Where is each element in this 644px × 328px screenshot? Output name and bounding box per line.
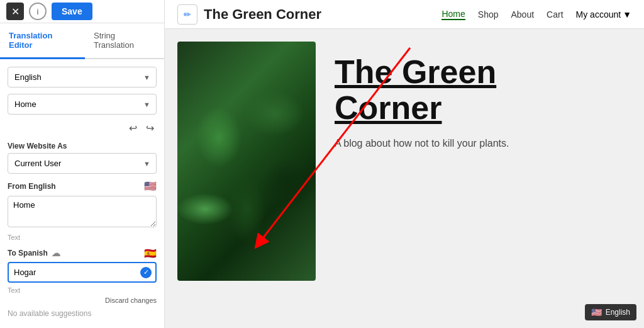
to-input-wrapper: ✓ bbox=[8, 262, 157, 283]
edit-icon-button[interactable]: ✏ bbox=[177, 4, 197, 25]
website-content: The Green Corner A blog about how not to… bbox=[165, 29, 644, 328]
heading-line1: The Green bbox=[335, 54, 496, 90]
page-select[interactable]: Home About Shop bbox=[8, 94, 157, 115]
save-button[interactable]: Save bbox=[52, 3, 92, 20]
tab-translation-editor[interactable]: Translation Editor bbox=[0, 23, 85, 59]
discard-row: Discard changes bbox=[8, 297, 157, 304]
to-spanish-section: To Spanish ☁ 🇪🇸 ✓ Text Discard changes N… bbox=[8, 247, 157, 320]
nav-about[interactable]: About bbox=[511, 9, 535, 20]
english-badge[interactable]: 🇺🇸 English bbox=[585, 304, 636, 320]
nav-links: Home Shop About Cart My account ▼ bbox=[441, 9, 631, 20]
nav-cart[interactable]: Cart bbox=[547, 9, 563, 20]
panel-content: English Spanish French ▼ Home About Shop… bbox=[0, 59, 164, 328]
redo-button[interactable]: ↪ bbox=[143, 121, 157, 135]
from-sub-label: Text bbox=[8, 234, 157, 241]
website-navbar: ✏ The Green Corner Home Shop About Cart … bbox=[165, 0, 644, 29]
from-label-text: From English bbox=[8, 182, 56, 191]
main-heading: The Green Corner bbox=[335, 54, 625, 126]
discard-button[interactable]: Discard changes bbox=[105, 297, 157, 304]
nav-my-account[interactable]: My account ▼ bbox=[576, 9, 631, 20]
left-panel: ✕ i Save Translation Editor String Trans… bbox=[0, 0, 165, 328]
check-icon: ✓ bbox=[140, 267, 152, 278]
from-english-label: From English 🇺🇸 bbox=[8, 180, 157, 192]
tabs-bar: Translation Editor String Translation bbox=[0, 23, 164, 59]
right-panel: ✏ The Green Corner Home Shop About Cart … bbox=[165, 0, 644, 328]
to-flag: 🇪🇸 bbox=[144, 247, 157, 259]
tab-string-translation[interactable]: String Translation bbox=[85, 23, 164, 59]
my-account-label: My account bbox=[576, 9, 621, 20]
heading-line2: Corner bbox=[335, 89, 441, 126]
page-select-wrapper: Home About Shop ▼ bbox=[8, 94, 157, 115]
from-flag: 🇺🇸 bbox=[144, 180, 157, 192]
english-badge-label: English bbox=[606, 308, 630, 317]
undo-redo-bar: ↩ ↪ bbox=[8, 121, 157, 135]
content-area: The Green Corner A blog about how not to… bbox=[165, 29, 644, 328]
from-textarea-wrapper: Home bbox=[8, 196, 157, 230]
to-spanish-label-row: To Spanish ☁ bbox=[8, 248, 60, 258]
sub-text: A blog about how not to kill your plants… bbox=[335, 136, 511, 151]
english-flag: 🇺🇸 bbox=[591, 307, 602, 317]
info-button[interactable]: i bbox=[29, 3, 47, 20]
plant-image bbox=[177, 42, 316, 281]
website-title: The Green Corner bbox=[204, 6, 321, 23]
top-bar: ✕ i Save bbox=[0, 0, 164, 23]
close-button[interactable]: ✕ bbox=[6, 3, 24, 20]
to-input[interactable] bbox=[8, 262, 157, 283]
to-section-header: To Spanish ☁ 🇪🇸 bbox=[8, 247, 157, 259]
nav-shop[interactable]: Shop bbox=[478, 9, 499, 20]
text-content: The Green Corner A blog about how not to… bbox=[328, 42, 631, 164]
undo-button[interactable]: ↩ bbox=[126, 121, 140, 135]
no-suggestions-text: No available suggestions bbox=[8, 307, 157, 320]
cloud-icon[interactable]: ☁ bbox=[52, 248, 60, 258]
view-website-section: View Website As Current User Guest ▼ bbox=[8, 142, 157, 174]
current-user-select-wrapper: Current User Guest ▼ bbox=[8, 153, 157, 174]
to-sub-label: Text bbox=[8, 286, 157, 294]
language-select[interactable]: English Spanish French bbox=[8, 67, 157, 88]
from-textarea[interactable]: Home bbox=[8, 196, 157, 227]
from-english-section: From English 🇺🇸 Home Text bbox=[8, 180, 157, 241]
view-website-label: View Website As bbox=[8, 142, 157, 150]
current-user-select[interactable]: Current User Guest bbox=[8, 153, 157, 174]
language-select-wrapper: English Spanish French ▼ bbox=[8, 67, 157, 88]
my-account-arrow: ▼ bbox=[623, 9, 631, 20]
nav-home[interactable]: Home bbox=[441, 9, 465, 20]
to-label-text: To Spanish bbox=[8, 249, 48, 257]
